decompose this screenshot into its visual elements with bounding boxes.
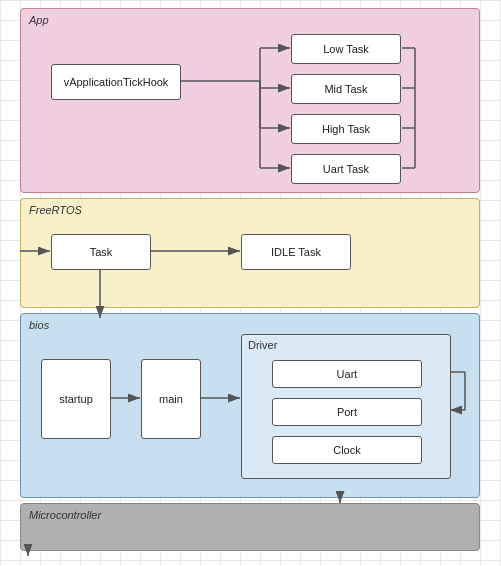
box-tickhook: vApplicationTickHook bbox=[51, 64, 181, 100]
box-startup: startup bbox=[41, 359, 111, 439]
box-hightask: High Task bbox=[291, 114, 401, 144]
box-port: Port bbox=[272, 398, 422, 426]
microcontroller-label: Microcontroller bbox=[29, 509, 101, 521]
layer-bios: bios startup main Driver Uart Port Clock bbox=[20, 313, 480, 498]
box-main: main bbox=[141, 359, 201, 439]
box-uart: Uart bbox=[272, 360, 422, 388]
layer-freertos: FreeRTOS Task IDLE Task bbox=[20, 198, 480, 308]
box-idletask: IDLE Task bbox=[241, 234, 351, 270]
box-lowtask: Low Task bbox=[291, 34, 401, 64]
app-label: App bbox=[29, 14, 49, 26]
box-uarttask: Uart Task bbox=[291, 154, 401, 184]
freertos-label: FreeRTOS bbox=[29, 204, 82, 216]
layer-app: App vApplicationTickHook Low Task Mid Ta… bbox=[20, 8, 480, 193]
layer-microcontroller: Microcontroller bbox=[20, 503, 480, 551]
box-clock: Clock bbox=[272, 436, 422, 464]
box-midtask: Mid Task bbox=[291, 74, 401, 104]
box-task: Task bbox=[51, 234, 151, 270]
bios-label: bios bbox=[29, 319, 49, 331]
box-driver: Driver Uart Port Clock bbox=[241, 334, 451, 479]
diagram: App vApplicationTickHook Low Task Mid Ta… bbox=[20, 8, 490, 556]
